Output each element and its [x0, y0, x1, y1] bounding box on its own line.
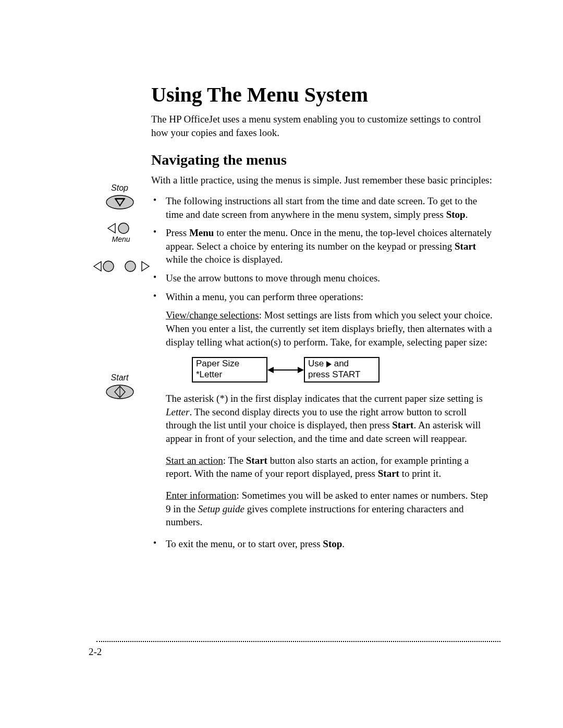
svg-marker-16	[267, 367, 274, 373]
svg-point-10	[125, 261, 136, 272]
lcd-right: Use and press START	[304, 357, 380, 382]
svg-marker-8	[94, 262, 101, 271]
lcd-left: Paper Size *Letter	[192, 357, 267, 382]
start-action-paragraph: Start an action: The Start button also s…	[166, 454, 495, 480]
section-intro: With a little practice, using the menus …	[151, 174, 495, 187]
margin-menu-group: Menu	[100, 221, 142, 245]
content-column: Using The Menu System The HP OfficeJet u…	[151, 83, 495, 551]
section-heading: Navigating the menus	[151, 152, 495, 168]
lcd-diagram: Paper Size *Letter Use and press START	[166, 357, 495, 382]
svg-marker-11	[142, 262, 149, 271]
margin-start-group: Start	[95, 373, 144, 400]
svg-point-7	[118, 223, 129, 233]
list-item: The following instructions all start fro…	[151, 194, 495, 221]
svg-point-9	[103, 261, 114, 272]
stop-label: Stop	[95, 183, 144, 193]
svg-point-0	[106, 195, 133, 209]
margin-stop-group: Stop	[95, 183, 144, 210]
intro-paragraph: The HP OfficeJet uses a menu system enab…	[151, 113, 495, 139]
margin-arrows-group	[93, 260, 150, 273]
menu-label: Menu	[100, 235, 142, 243]
enter-info-paragraph: Enter information: Sometimes you will be…	[166, 489, 495, 529]
list-item: Within a menu, you can perform three ope…	[151, 290, 495, 304]
menu-button-icon	[107, 221, 136, 235]
principles-list: The following instructions all start fro…	[151, 194, 495, 303]
footer-rule	[96, 641, 500, 642]
double-arrow-icon	[267, 365, 304, 375]
start-button-icon	[104, 384, 136, 400]
svg-marker-17	[298, 367, 304, 373]
arrow-buttons-icon	[93, 260, 150, 273]
page-number: 2-2	[89, 646, 102, 658]
svg-marker-18	[326, 361, 332, 367]
list-item: Press Menu to enter the menu. Once in th…	[151, 226, 495, 266]
manual-page: Stop Menu Start	[0, 0, 563, 728]
view-change-paragraph: View/change selections: Most settings ar…	[166, 309, 495, 349]
right-arrow-icon	[326, 361, 332, 367]
principles-list-tail: To exit the menu, or to start over, pres…	[151, 537, 495, 551]
page-title: Using The Menu System	[151, 83, 495, 106]
list-item: Use the arrow buttons to move through me…	[151, 272, 495, 285]
svg-marker-6	[108, 224, 115, 233]
list-item: To exit the menu, or to start over, pres…	[151, 537, 495, 551]
start-label: Start	[95, 373, 144, 382]
stop-button-icon	[104, 194, 136, 210]
after-diagram-paragraph: The asterisk (*) in the first display in…	[166, 392, 495, 446]
